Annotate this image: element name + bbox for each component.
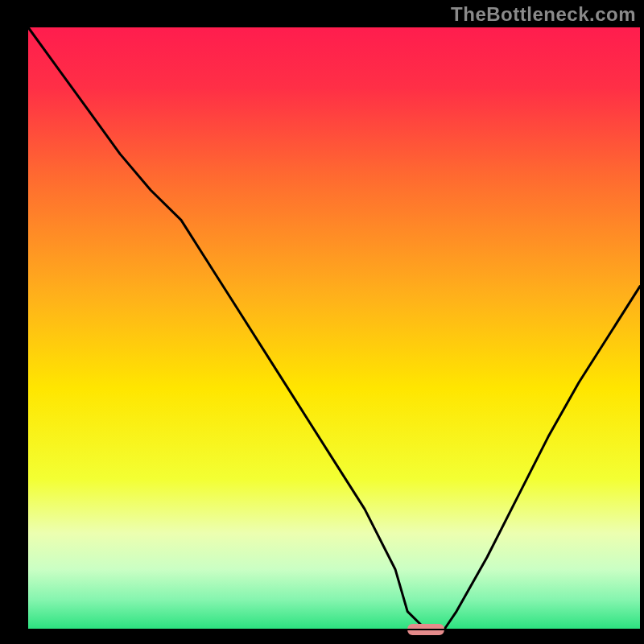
chart-frame: TheBottleneck.com — [0, 0, 644, 644]
watermark-text: TheBottleneck.com — [451, 3, 636, 26]
gradient-background — [28, 27, 640, 630]
bottleneck-chart — [0, 0, 644, 644]
